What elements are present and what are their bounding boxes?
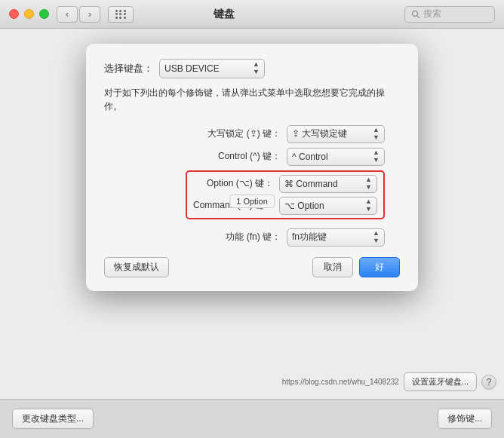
cancel-button[interactable]: 取消 xyxy=(312,257,353,277)
select-arrows-control: ▲▼ xyxy=(373,149,380,164)
modifier-row-fn: 功能 (fn) 键： fn功能键 ▲▼ xyxy=(104,228,400,247)
select-keyboard-label: 选择键盘： xyxy=(104,62,153,75)
dialog-footer: 恢复成默认 取消 好 xyxy=(104,257,400,277)
dialog: 选择键盘： USB DEVICE ▲▼ 对于如下列出的每个修饰键，请从弹出式菜单… xyxy=(86,44,418,291)
bottom-bar: 更改键盘类型... 修饰键... xyxy=(0,399,504,438)
modifier-select-option[interactable]: ⌘ Command ▲▼ xyxy=(279,175,377,193)
url-text: https://blog.csdn.net/whu_1408232 xyxy=(282,378,399,386)
search-icon xyxy=(411,10,420,19)
select-arrows-command: ▲▼ xyxy=(365,198,372,213)
modifier-keys-section: 大写锁定 (⇪) 键： ⇪ 大写锁定键 ▲▼ Control (^) 键： ^ … xyxy=(104,125,400,247)
modifier-label-fn: 功能 (fn) 键： xyxy=(226,231,281,244)
modifier-value-caps: ⇪ 大写锁定键 xyxy=(292,127,347,140)
red-border-group: Option (⌥) 键： ⌘ Command ▲▼ Command (⌘) 键… xyxy=(186,170,385,219)
close-button[interactable] xyxy=(9,9,19,19)
modifier-value-fn: fn功能键 xyxy=(292,231,327,244)
modifier-row-command: Command (⌘) 键： ⌥ Option ▲▼ xyxy=(193,197,377,215)
select-arrows-fn: ▲▼ xyxy=(373,230,380,245)
select-arrows-caps: ▲▼ xyxy=(373,127,380,142)
modifier-value-command: ⌥ Option xyxy=(284,201,324,211)
select-keyboard-row: 选择键盘： USB DEVICE ▲▼ xyxy=(104,59,400,78)
select-keyboard-value: USB DEVICE xyxy=(164,63,220,74)
select-arrows-icon: ▲▼ xyxy=(253,61,260,76)
modifier-value-control: ^ Control xyxy=(292,152,328,162)
change-keyboard-type-button[interactable]: 更改键盘类型... xyxy=(12,409,94,429)
svg-point-0 xyxy=(413,11,418,16)
modifier-label-option: Option (⌥) 键： xyxy=(207,177,273,190)
bottom-right-area: https://blog.csdn.net/whu_1408232 设置蓝牙键盘… xyxy=(282,372,496,391)
select-keyboard-dropdown[interactable]: USB DEVICE ▲▼ xyxy=(159,59,265,78)
svg-line-1 xyxy=(417,16,419,18)
option-badge-text: 1 Option xyxy=(236,197,268,206)
modifier-label-caps: 大写锁定 (⇪) 键： xyxy=(207,127,281,140)
bluetooth-keyboard-button[interactable]: 设置蓝牙键盘... xyxy=(404,372,477,391)
select-arrows-option: ▲▼ xyxy=(365,176,372,191)
search-placeholder: 搜索 xyxy=(423,8,441,20)
ok-button[interactable]: 好 xyxy=(359,257,400,277)
titlebar: ‹ › 键盘 搜索 xyxy=(0,0,504,29)
option-badge: 1 Option xyxy=(229,194,275,208)
main-content: 选择键盘： USB DEVICE ▲▼ 对于如下列出的每个修饰键，请从弹出式菜单… xyxy=(0,29,504,399)
modifier-select-fn[interactable]: fn功能键 ▲▼ xyxy=(287,228,385,247)
help-button[interactable]: ? xyxy=(481,375,496,390)
window-title: 键盘 xyxy=(43,8,404,21)
modifier-keys-button[interactable]: 修饰键... xyxy=(438,409,492,429)
modifier-label-control: Control (^) 键： xyxy=(218,150,281,163)
modifier-value-option: ⌘ Command xyxy=(284,179,338,189)
search-box[interactable]: 搜索 xyxy=(404,6,495,23)
modifier-select-caps[interactable]: ⇪ 大写锁定键 ▲▼ xyxy=(287,125,385,143)
minimize-button[interactable] xyxy=(24,9,34,19)
modifier-row-option: Option (⌥) 键： ⌘ Command ▲▼ xyxy=(193,175,377,193)
modifier-row-caps: 大写锁定 (⇪) 键： ⇪ 大写锁定键 ▲▼ xyxy=(104,125,400,143)
modifier-select-command[interactable]: ⌥ Option ▲▼ xyxy=(279,197,377,215)
restore-defaults-button[interactable]: 恢复成默认 xyxy=(104,257,169,277)
modifier-select-control[interactable]: ^ Control ▲▼ xyxy=(287,148,385,166)
modifier-row-control: Control (^) 键： ^ Control ▲▼ xyxy=(104,148,400,166)
description-text: 对于如下列出的每个修饰键，请从弹出式菜单中选取您想要它完成的操作。 xyxy=(104,86,400,113)
